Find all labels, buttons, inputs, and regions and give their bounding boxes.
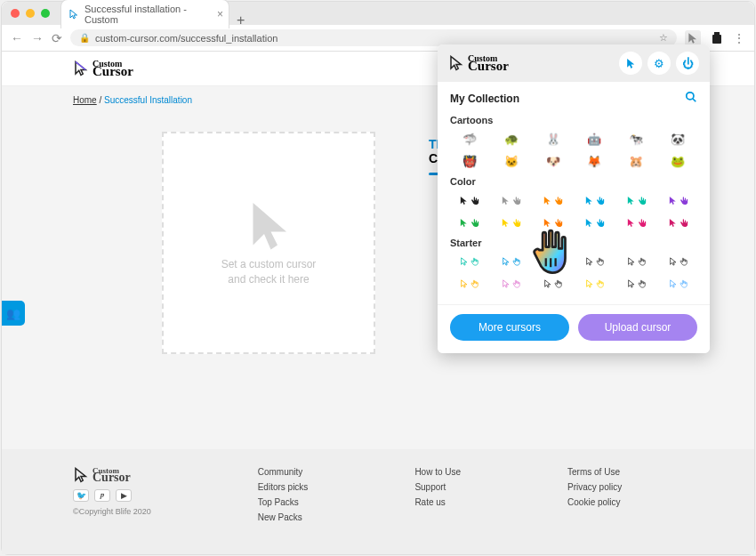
cartoons-grid: 🦈🐢🐰🤖🐄🐼👹🐱🐶🦊🐹🐸 bbox=[450, 129, 697, 171]
cursor-color-item[interactable] bbox=[575, 213, 614, 232]
cursor-color-item[interactable] bbox=[658, 213, 697, 232]
breadcrumb-sep: / bbox=[97, 95, 104, 105]
footer-link[interactable]: New Packs bbox=[258, 512, 309, 522]
page-footer: CustomCursor 🐦 𝒑 ▶ ©Copyright Blife 2020… bbox=[2, 449, 754, 554]
cursor-color-item[interactable] bbox=[534, 190, 573, 210]
cursor-color-item[interactable] bbox=[575, 190, 614, 210]
extension-body[interactable]: My Collection Cartoons 🦈🐢🐰🤖🐄🐼👹🐱🐶🦊🐹🐸 Colo… bbox=[438, 82, 710, 304]
cursor-starter-item[interactable] bbox=[575, 274, 614, 294]
footer-link[interactable]: Terms of Use bbox=[567, 467, 622, 477]
extension-other-icon[interactable] bbox=[709, 30, 725, 46]
extension-popup: CustomCursor ⚙ ⏻ My Collection Cartoons … bbox=[438, 44, 710, 353]
footer-col-brand: CustomCursor 🐦 𝒑 ▶ ©Copyright Blife 2020 bbox=[73, 467, 151, 528]
cursor-color-item[interactable] bbox=[492, 213, 531, 232]
lock-icon: 🔒 bbox=[79, 33, 90, 43]
logo-text: Custom Cursor bbox=[92, 60, 133, 78]
breadcrumb-current[interactable]: Successful Installation bbox=[104, 95, 192, 105]
site-logo[interactable]: Custom Cursor bbox=[73, 60, 133, 78]
svg-rect-1 bbox=[712, 35, 721, 44]
cursor-item[interactable]: 👹 bbox=[450, 151, 489, 171]
cursor-item[interactable]: 🐸 bbox=[658, 151, 697, 171]
cursor-color-item[interactable] bbox=[616, 213, 655, 232]
section-title: Starter bbox=[450, 238, 697, 248]
extension-cursor-icon[interactable] bbox=[685, 30, 701, 46]
footer-link[interactable]: Community bbox=[258, 467, 309, 477]
footer-logo[interactable]: CustomCursor bbox=[73, 467, 151, 484]
cursor-starter-item[interactable] bbox=[534, 252, 573, 271]
extension-pointer-button[interactable] bbox=[619, 52, 642, 75]
footer-social: 🐦 𝒑 ▶ bbox=[73, 489, 151, 502]
tab-close-icon[interactable]: × bbox=[217, 8, 223, 20]
section-title: Color bbox=[450, 176, 697, 187]
browser-tab[interactable]: Successful installation - Custom × bbox=[60, 0, 229, 28]
extension-settings-button[interactable]: ⚙ bbox=[647, 52, 671, 75]
cursor-starter-item[interactable] bbox=[616, 274, 655, 294]
extension-power-button[interactable]: ⏻ bbox=[676, 52, 699, 75]
pinterest-icon[interactable]: 𝒑 bbox=[94, 489, 110, 502]
section-title: Cartoons bbox=[450, 115, 697, 125]
footer-link[interactable]: Cookie policy bbox=[567, 497, 622, 507]
footer-link[interactable]: Support bbox=[414, 482, 461, 492]
more-cursors-button[interactable]: More cursors bbox=[450, 314, 569, 341]
cursor-test-area[interactable]: Set a custom cursor and check it here bbox=[162, 132, 375, 354]
feedback-side-tab[interactable]: 👥 bbox=[2, 301, 25, 326]
cursor-starter-item[interactable] bbox=[534, 274, 573, 294]
tab-favicon-icon bbox=[68, 9, 79, 20]
color-grid bbox=[450, 190, 697, 232]
menu-icon[interactable]: ⋮ bbox=[733, 31, 745, 45]
url-text: custom-cursor.com/successful_installatio… bbox=[95, 33, 277, 44]
cursor-starter-item[interactable] bbox=[658, 274, 697, 294]
section-starter: Starter bbox=[450, 238, 697, 294]
footer-col-3: How to Use Support Rate us bbox=[414, 467, 461, 528]
cursor-color-item[interactable] bbox=[534, 213, 573, 232]
back-button[interactable]: ← bbox=[11, 31, 23, 45]
cursor-starter-item[interactable] bbox=[450, 274, 489, 294]
cursor-starter-item[interactable] bbox=[575, 252, 614, 271]
new-tab-button[interactable]: + bbox=[237, 12, 245, 28]
footer-link[interactable]: Privacy policy bbox=[567, 482, 622, 492]
footer-link[interactable]: Editors picks bbox=[258, 482, 309, 492]
cursor-item[interactable]: 🦊 bbox=[575, 151, 614, 171]
cursor-starter-item[interactable] bbox=[658, 252, 697, 271]
minimize-window-button[interactable] bbox=[26, 9, 35, 18]
cursor-item[interactable]: 🤖 bbox=[575, 129, 614, 149]
svg-line-3 bbox=[693, 99, 696, 102]
cursor-item[interactable]: 🐶 bbox=[534, 151, 573, 171]
cursor-item[interactable]: 🐢 bbox=[492, 129, 531, 149]
cursor-color-item[interactable] bbox=[450, 190, 489, 210]
section-cartoons: Cartoons 🦈🐢🐰🤖🐄🐼👹🐱🐶🦊🐹🐸 bbox=[450, 115, 697, 171]
breadcrumb-home[interactable]: Home bbox=[73, 95, 97, 105]
cursor-color-item[interactable] bbox=[492, 190, 531, 210]
cursor-starter-item[interactable] bbox=[492, 274, 531, 294]
youtube-icon[interactable]: ▶ bbox=[116, 489, 132, 502]
cursor-item[interactable]: 🐼 bbox=[658, 129, 697, 149]
footer-link[interactable]: How to Use bbox=[414, 467, 461, 477]
bookmark-star-icon[interactable]: ☆ bbox=[659, 32, 668, 44]
cursor-color-item[interactable] bbox=[450, 213, 489, 232]
extension-header: CustomCursor ⚙ ⏻ bbox=[438, 44, 710, 82]
cursor-starter-item[interactable] bbox=[450, 252, 489, 271]
svg-point-2 bbox=[687, 93, 694, 100]
reload-button[interactable]: ⟳ bbox=[52, 31, 62, 45]
cursor-item[interactable]: 🐱 bbox=[492, 151, 531, 171]
cursor-starter-item[interactable] bbox=[492, 252, 531, 271]
cursor-color-item[interactable] bbox=[658, 190, 697, 210]
cursor-starter-item[interactable] bbox=[616, 252, 655, 271]
search-icon[interactable] bbox=[685, 91, 697, 106]
cursor-color-item[interactable] bbox=[616, 190, 655, 210]
cursor-item[interactable]: 🐹 bbox=[616, 151, 655, 171]
extension-footer: More cursors Upload cursor bbox=[438, 304, 710, 353]
tab-strip: Successful installation - Custom × + bbox=[60, 0, 245, 28]
cursor-item[interactable]: 🐰 bbox=[534, 129, 573, 149]
maximize-window-button[interactable] bbox=[41, 9, 50, 18]
forward-button[interactable]: → bbox=[31, 31, 44, 45]
svg-rect-0 bbox=[714, 32, 720, 35]
close-window-button[interactable] bbox=[11, 9, 20, 18]
footer-link[interactable]: Top Packs bbox=[258, 497, 309, 507]
footer-link[interactable]: Rate us bbox=[414, 497, 461, 507]
twitter-icon[interactable]: 🐦 bbox=[73, 489, 89, 502]
cursor-item[interactable]: 🦈 bbox=[450, 129, 489, 149]
tab-title: Successful installation - Custom bbox=[84, 4, 205, 25]
cursor-item[interactable]: 🐄 bbox=[616, 129, 655, 149]
upload-cursor-button[interactable]: Upload cursor bbox=[578, 314, 697, 341]
